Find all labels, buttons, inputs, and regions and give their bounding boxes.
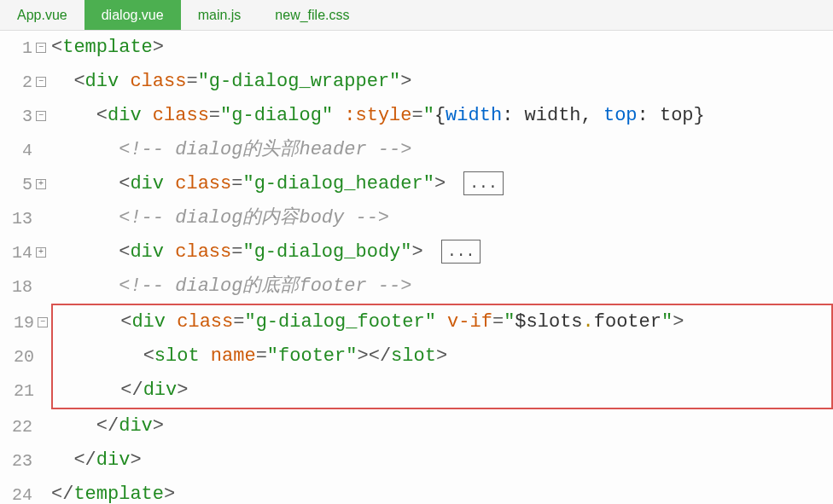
- code-line[interactable]: 22 </div>: [0, 409, 833, 443]
- code-line[interactable]: 4 <!-- dialog的头部header -->: [0, 133, 833, 167]
- code-line[interactable]: 21 </div>: [2, 374, 831, 408]
- code-line[interactable]: 2 − <div class="g-dialog_wrapper">: [0, 65, 833, 99]
- highlighted-region: 19 − <div class="g-dialog_footer" v-if="…: [51, 304, 833, 409]
- code-line[interactable]: 20 <slot name="footer"></slot>: [2, 339, 831, 374]
- line-number: 13: [0, 209, 34, 229]
- code-line[interactable]: 14 + <div class="g-dialog_body"> ...: [0, 235, 833, 269]
- code-line[interactable]: 24 </template>: [0, 478, 833, 504]
- tab-new-file-css[interactable]: new_file.css: [258, 0, 366, 30]
- fold-toggle-icon[interactable]: −: [38, 317, 48, 327]
- fold-toggle-icon[interactable]: +: [36, 247, 46, 258]
- line-number: 1: [0, 38, 34, 58]
- code-line[interactable]: 5 + <div class="g-dialog_header"> ...: [0, 167, 833, 201]
- tab-main-js[interactable]: main.js: [181, 0, 259, 30]
- line-number: 19: [2, 313, 36, 333]
- line-number: 4: [0, 141, 34, 160]
- line-number: 22: [0, 417, 34, 437]
- code-editor[interactable]: 1 − <template> 2 − <div class="g-dialog_…: [0, 31, 833, 504]
- code-line[interactable]: 19 − <div class="g-dialog_footer" v-if="…: [2, 305, 831, 339]
- line-number: 23: [0, 451, 34, 471]
- tab-dialog-vue[interactable]: dialog.vue: [84, 0, 181, 30]
- folded-code-badge[interactable]: ...: [441, 240, 481, 264]
- line-number: 20: [2, 347, 36, 367]
- line-number: 14: [0, 243, 34, 263]
- fold-toggle-icon[interactable]: −: [36, 43, 46, 53]
- code-line[interactable]: 13 <!-- dialog的内容body -->: [0, 201, 833, 235]
- code-line[interactable]: 23 </div>: [0, 443, 833, 478]
- fold-toggle-icon[interactable]: +: [36, 179, 46, 189]
- line-number: 21: [2, 381, 36, 401]
- folded-code-badge[interactable]: ...: [463, 171, 503, 195]
- fold-toggle-icon[interactable]: −: [36, 77, 46, 87]
- tab-app-vue[interactable]: App.vue: [0, 0, 84, 30]
- code-line[interactable]: 3 − <div class="g-dialog" :style="{width…: [0, 99, 833, 133]
- line-number: 2: [0, 72, 34, 92]
- line-number: 24: [0, 485, 34, 505]
- tab-bar: App.vue dialog.vue main.js new_file.css: [0, 0, 833, 31]
- code-line[interactable]: 18 <!-- dialog的底部footer -->: [0, 269, 833, 304]
- line-number: 5: [0, 175, 34, 194]
- code-line[interactable]: 1 − <template>: [0, 31, 833, 65]
- line-number: 3: [0, 107, 34, 126]
- line-number: 18: [0, 277, 34, 297]
- fold-toggle-icon[interactable]: −: [36, 111, 46, 121]
